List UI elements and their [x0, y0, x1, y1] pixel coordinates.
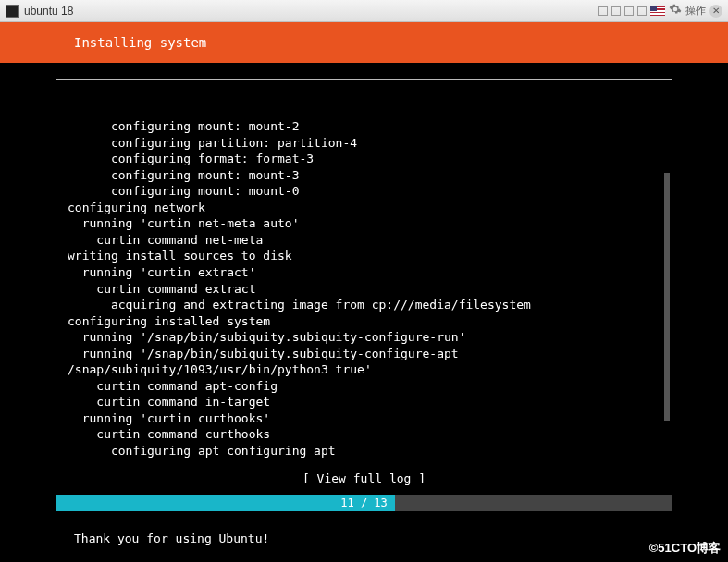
vm-titlebar: ubuntu 18 操作 ✕	[0, 0, 728, 22]
window-title: ubuntu 18	[24, 5, 73, 18]
footer-message: Thank you for using Ubuntu!	[0, 511, 728, 545]
window-control-icon[interactable]	[598, 6, 608, 16]
view-full-log-button[interactable]: [ View full log ]	[56, 471, 672, 485]
ops-menu-label[interactable]: 操作	[685, 4, 706, 18]
guest-screen: Installing system configuring mount: mou…	[0, 22, 728, 562]
gear-icon[interactable]	[669, 3, 682, 18]
window-control-icon[interactable]	[624, 6, 634, 16]
install-log-panel: configuring mount: mount-2 configuring p…	[56, 79, 672, 458]
install-progress-bar: 11 / 13	[56, 495, 672, 511]
installer-title: Installing system	[74, 35, 206, 50]
progress-label: 11 / 13	[340, 496, 388, 509]
window-control-icon[interactable]	[637, 6, 647, 16]
installer-header: Installing system	[0, 22, 728, 63]
window-app-icon	[6, 5, 19, 18]
watermark: ©51CTO博客	[649, 540, 721, 556]
flag-us-icon	[650, 6, 665, 16]
scrollbar[interactable]	[664, 173, 670, 421]
install-log-text: configuring mount: mount-2 configuring p…	[68, 118, 662, 458]
close-icon[interactable]: ✕	[709, 5, 722, 18]
window-control-icon[interactable]	[611, 6, 621, 16]
